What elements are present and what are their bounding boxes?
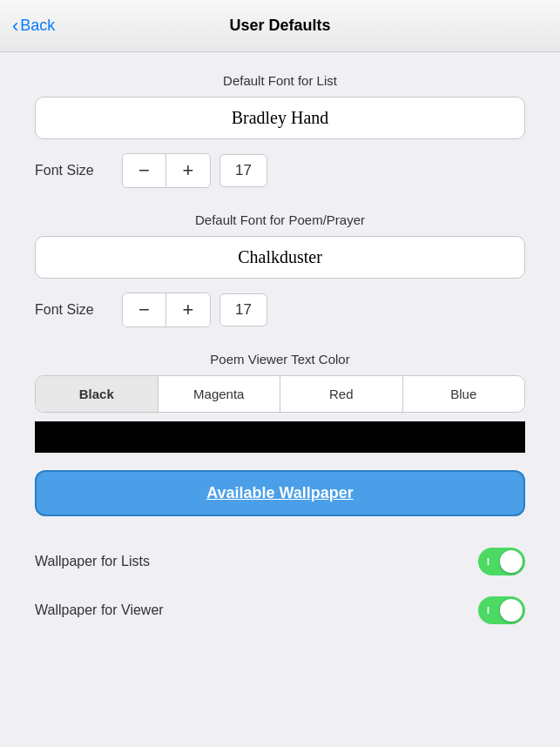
- color-option-red[interactable]: Red: [280, 376, 403, 412]
- poem-font-picker[interactable]: Chalkduster: [35, 236, 525, 279]
- color-picker-row: Black Magenta Red Blue: [35, 375, 525, 413]
- wallpaper-lists-label: Wallpaper for Lists: [35, 554, 150, 569]
- wallpaper-lists-toggle-thumb: [500, 550, 523, 573]
- back-chevron-icon: ‹: [12, 17, 18, 36]
- list-font-section-label: Default Font for List: [35, 73, 525, 88]
- back-button[interactable]: ‹ Back: [12, 17, 55, 36]
- poem-font-name: Chalkduster: [238, 247, 322, 266]
- wallpaper-viewer-row: Wallpaper for Viewer I: [35, 586, 525, 635]
- poem-font-size-row: Font Size − + 17: [35, 293, 525, 327]
- list-font-decrement-button[interactable]: −: [123, 154, 166, 187]
- poem-font-increment-button[interactable]: +: [166, 293, 210, 326]
- poem-font-size-value: 17: [219, 293, 267, 326]
- poem-font-section-label: Default Font for Poem/Prayer: [35, 212, 525, 227]
- wallpaper-lists-toggle-track-label: I: [487, 556, 489, 567]
- poem-font-size-label: Font Size: [35, 302, 113, 318]
- color-option-black[interactable]: Black: [36, 376, 159, 412]
- color-option-magenta[interactable]: Magenta: [159, 376, 281, 412]
- color-section: Poem Viewer Text Color Black Magenta Red…: [35, 352, 525, 413]
- list-font-size-row: Font Size − + 17: [35, 153, 525, 188]
- list-font-size-label: Font Size: [35, 163, 113, 178]
- list-font-stepper: − +: [122, 153, 211, 188]
- color-option-blue[interactable]: Blue: [403, 376, 525, 412]
- wallpaper-viewer-toggle[interactable]: I: [478, 596, 525, 624]
- wallpaper-lists-row: Wallpaper for Lists I: [35, 537, 525, 586]
- page-title: User Defaults: [229, 17, 330, 35]
- back-label: Back: [20, 17, 55, 35]
- color-section-label: Poem Viewer Text Color: [35, 352, 525, 367]
- list-font-size-value: 17: [219, 154, 267, 187]
- wallpaper-viewer-toggle-thumb: [500, 599, 523, 622]
- nav-bar: ‹ Back User Defaults: [0, 0, 560, 52]
- poem-font-decrement-button[interactable]: −: [123, 293, 166, 326]
- list-font-name: Bradley Hand: [232, 108, 329, 127]
- color-preview-bar: [35, 421, 525, 453]
- wallpaper-lists-toggle[interactable]: I: [478, 548, 525, 575]
- poem-font-stepper: − +: [122, 293, 211, 327]
- list-font-picker[interactable]: Bradley Hand: [35, 97, 525, 139]
- wallpaper-viewer-label: Wallpaper for Viewer: [35, 602, 164, 618]
- wallpaper-viewer-toggle-track-label: I: [487, 605, 489, 616]
- available-wallpaper-button[interactable]: Available Wallpaper: [35, 470, 525, 516]
- list-font-increment-button[interactable]: +: [166, 154, 210, 187]
- main-content: Default Font for List Bradley Hand Font …: [0, 52, 560, 656]
